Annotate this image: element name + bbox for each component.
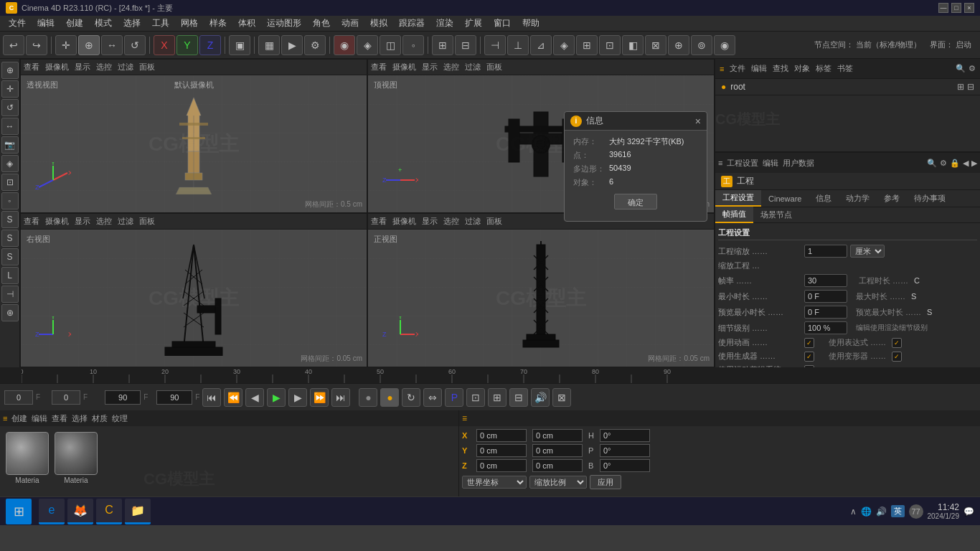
point-mode[interactable]: ◦ (402, 35, 424, 55)
transport-next-frame[interactable]: ▶ (288, 388, 307, 407)
pp-check-usedeform[interactable]: ✓ (892, 352, 902, 362)
vp-bl-camera[interactable]: 摄像机 (45, 216, 69, 227)
pp-select-unit[interactable]: 厘米 (850, 245, 885, 258)
tray-network[interactable]: 🌐 (861, 507, 872, 517)
extra-tool2[interactable]: ⊥ (507, 35, 529, 55)
extra-tool5[interactable]: ⊞ (576, 35, 598, 55)
menu-tracker[interactable]: 跟踪器 (393, 16, 430, 31)
render-settings[interactable]: ⚙ (304, 35, 326, 55)
render-region[interactable]: ▦ (258, 35, 280, 55)
vp-tl-filter[interactable]: 过滤 (118, 62, 133, 72)
extra-tool1[interactable]: ⊣ (484, 35, 506, 55)
taskbar-start-btn[interactable]: ⊞ (6, 499, 32, 524)
taskbar-app-browser[interactable]: e (39, 499, 65, 524)
viewport-front[interactable]: 查看 摄像机 显示 选控 过滤 面板 正视图 CG模型主 (367, 213, 715, 367)
menu-simulate[interactable]: 模拟 (364, 16, 393, 31)
rph-bookmark[interactable]: 书签 (837, 63, 853, 74)
lt-uvw[interactable]: L (1, 267, 19, 284)
menu-spline[interactable]: 样条 (204, 16, 232, 31)
pp-check-useanim[interactable]: ✓ (804, 338, 814, 348)
extra-tool3[interactable]: ⊿ (530, 35, 552, 55)
menu-help[interactable]: 帮助 (517, 16, 545, 31)
lt-camera[interactable]: 📷 (1, 136, 19, 154)
select-tool[interactable]: ✛ (55, 35, 77, 55)
pt-nav-right-icon[interactable]: ▶ (971, 159, 977, 168)
cp-h-val[interactable] (600, 429, 650, 442)
lt-move[interactable]: ✛ (1, 80, 19, 98)
menu-tools[interactable]: 工具 (146, 16, 175, 31)
me-create[interactable]: 创建 (11, 413, 27, 424)
menu-extensions[interactable]: 扩展 (459, 16, 488, 31)
rph-search-icon[interactable]: 🔍 (956, 64, 966, 73)
menu-mesh[interactable]: 网格 (175, 16, 204, 31)
menu-character[interactable]: 角色 (307, 16, 336, 31)
transport-prev-frame[interactable]: ◀ (245, 388, 264, 407)
pp-tab-info[interactable]: 信息 (809, 191, 839, 206)
pt-nav-left-icon[interactable]: ◀ (963, 159, 969, 168)
pt-search-icon[interactable]: 🔍 (927, 159, 937, 168)
vp-br-display[interactable]: 显示 (422, 216, 438, 227)
scale-tool[interactable]: ↔ (101, 35, 123, 55)
pp-tab-dynamics[interactable]: 动力学 (839, 191, 877, 206)
tray-arrow[interactable]: ∧ (850, 507, 857, 517)
extra-tool8[interactable]: ⊠ (645, 35, 666, 55)
transport-play[interactable]: ▶ (267, 388, 286, 407)
lt-scale[interactable]: ↔ (1, 118, 19, 135)
vp-tr-view[interactable]: 查看 (371, 62, 387, 72)
transport-autokey[interactable]: ● (380, 388, 399, 407)
rph-obj[interactable]: 对象 (794, 63, 810, 74)
tray-volume[interactable]: 🔊 (876, 507, 887, 517)
cp-p-val[interactable] (600, 444, 650, 457)
lt-edge[interactable]: ⊡ (1, 174, 19, 191)
cp-z-pos1[interactable] (476, 459, 527, 472)
taskbar-app-explorer[interactable]: 📁 (125, 499, 151, 524)
rph-filter-icon[interactable]: ⚙ (969, 64, 976, 73)
vp-tr-select[interactable]: 选控 (443, 62, 459, 72)
vp-tr-filter[interactable]: 过滤 (465, 62, 481, 72)
z-axis-btn[interactable]: Z (199, 35, 221, 55)
rph-edit[interactable]: 编辑 (751, 63, 767, 74)
x-axis-btn[interactable]: X (154, 35, 175, 55)
extra-tool7[interactable]: ◧ (622, 35, 644, 55)
lt-weld[interactable]: ⊕ (1, 304, 19, 321)
menu-render[interactable]: 渲染 (430, 16, 459, 31)
transport-bounce[interactable]: ⇔ (423, 388, 442, 407)
menu-volume[interactable]: 体积 (232, 16, 261, 31)
pt-lock-icon[interactable]: 🔒 (950, 159, 960, 168)
extra-tool11[interactable]: ◉ (714, 35, 735, 55)
viewport-right[interactable]: 查看 摄像机 显示 选控 过滤 面板 右视图 CG模型主 (20, 213, 367, 367)
vp-br-view[interactable]: 查看 (371, 216, 387, 227)
menu-select[interactable]: 选择 (118, 16, 146, 31)
lt-poly[interactable]: ◈ (1, 155, 19, 172)
pt-filter-icon[interactable]: ⚙ (940, 159, 947, 168)
vp-br-camera[interactable]: 摄像机 (392, 216, 416, 227)
rph-find[interactable]: 查找 (773, 63, 788, 74)
mat-swatch-1[interactable] (6, 432, 49, 475)
pp-input-lod[interactable] (804, 321, 847, 334)
extra-tool6[interactable]: ⊡ (599, 35, 621, 55)
maximize-button[interactable]: □ (951, 3, 961, 13)
menu-file[interactable]: 文件 (3, 16, 32, 31)
extra-tool10[interactable]: ⊚ (691, 35, 712, 55)
rotate-tool[interactable]: ↺ (124, 35, 146, 55)
poly-mode[interactable]: ◈ (357, 35, 378, 55)
material-2[interactable]: Materia (55, 432, 98, 484)
vp-tl-view[interactable]: 查看 (24, 62, 39, 72)
taskbar-app-c4d[interactable]: C (96, 499, 122, 524)
vp-br-filter[interactable]: 过滤 (465, 216, 481, 227)
me-texture[interactable]: 纹理 (112, 413, 128, 424)
vp-tl-select[interactable]: 选控 (96, 62, 112, 72)
menu-create[interactable]: 创建 (60, 16, 89, 31)
material-1[interactable]: Materia (6, 432, 49, 484)
lt-morph[interactable]: ⊣ (1, 286, 19, 303)
language-badge[interactable]: 英 (891, 505, 905, 517)
extra-tool9[interactable]: ⊕ (668, 35, 689, 55)
dialog-confirm-btn[interactable]: 确定 (614, 194, 657, 209)
rph-tag[interactable]: 标签 (816, 63, 831, 74)
cp-apply-button[interactable]: 应用 (590, 475, 621, 489)
vp-bl-view[interactable]: 查看 (24, 216, 39, 227)
vp-bl-panel[interactable]: 面板 (139, 216, 155, 227)
viewport-perspective[interactable]: 查看 摄像机 显示 选控 过滤 面板 透视视图 默认摄像机 CG模型主 (20, 59, 367, 213)
transport-to-start[interactable]: ⏮ (202, 388, 221, 407)
transport-end-frame1[interactable] (105, 390, 141, 405)
